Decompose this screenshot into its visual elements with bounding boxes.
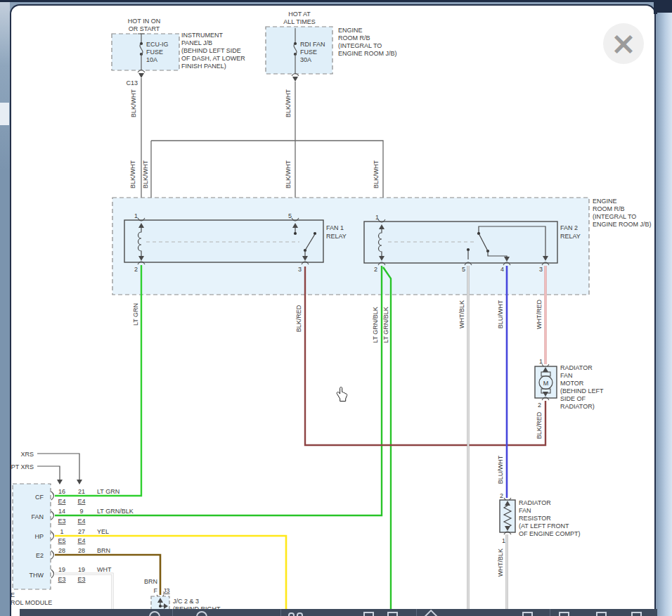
hand-cursor-icon bbox=[335, 386, 349, 402]
toolbar-icon-dots[interactable] bbox=[297, 612, 303, 616]
ecm-signal: HP bbox=[34, 533, 44, 540]
wire-label-blkwht: BLK/WHT bbox=[373, 160, 380, 189]
feed1-loc: FINISH PANEL) bbox=[181, 63, 226, 70]
window-right-edge[interactable] bbox=[657, 13, 672, 616]
fuse-box-outline bbox=[112, 34, 179, 70]
ecm-conn: E3 bbox=[58, 576, 65, 583]
contact-dot bbox=[294, 232, 297, 235]
ecm-connector: XRS EPT XRS CF FAN HP E2 THW 16 21 LT GR… bbox=[7, 451, 134, 606]
wire-label-bluwht: BLU/WHT bbox=[497, 300, 504, 328]
toolbar-icon-dots[interactable] bbox=[288, 612, 295, 616]
toolbar-icon-square-2[interactable] bbox=[559, 612, 569, 616]
pin-number: 2 bbox=[134, 266, 138, 273]
window-left-highlight bbox=[0, 103, 9, 125]
wiring-diagram-canvas[interactable]: HOT IN ON OR START ECU-IG FUSE 10A C13 I… bbox=[0, 0, 672, 616]
ecm-wire-name: BRN bbox=[97, 547, 110, 554]
window-left-edge bbox=[0, 2, 10, 616]
connector-c13: C13 bbox=[126, 79, 138, 86]
bottom-toolbar bbox=[20, 609, 657, 616]
toolbar-icon-square-1[interactable] bbox=[522, 612, 533, 616]
ecm-pin: 9 bbox=[79, 508, 83, 515]
wire-label-bluwht: BLU/WHT bbox=[497, 455, 504, 484]
wire-label-blkwht: BLK/WHT bbox=[142, 160, 149, 189]
resistor-loc: RADIATOR bbox=[519, 499, 551, 506]
wire-label-blkwht: BLK/WHT bbox=[285, 89, 292, 118]
ecm-conn: E4 bbox=[58, 498, 65, 505]
relay-box-loc: ROOM R/B bbox=[593, 205, 625, 212]
fuse-box-outline bbox=[266, 27, 332, 74]
pin-cup bbox=[51, 511, 54, 520]
ecm-signal: CF bbox=[35, 494, 44, 501]
ecm-pin: 19 bbox=[58, 566, 65, 573]
pin-cup bbox=[51, 532, 54, 540]
pin-cup bbox=[51, 551, 54, 559]
wire-ltgrnblk bbox=[55, 266, 382, 515]
pin-number: 1 bbox=[502, 537, 505, 544]
fuse2-rating: 30A bbox=[300, 56, 311, 63]
feed1-loc: INSTRUMENT bbox=[181, 32, 223, 39]
variant-arrow bbox=[37, 466, 60, 480]
junction-code: J3 bbox=[163, 587, 170, 594]
pin-cup bbox=[51, 570, 54, 578]
pin-number: 3 bbox=[298, 266, 302, 273]
close-icon: × bbox=[603, 24, 644, 63]
wire-ltgrn bbox=[55, 265, 141, 496]
pin-letter: F bbox=[154, 587, 158, 594]
ecm-pin: 1 bbox=[60, 528, 63, 535]
resistor-loc: FAN bbox=[519, 507, 531, 514]
feed1-loc: OF DASH, AT LOWER bbox=[181, 55, 245, 62]
toolbar-icon-circle-2[interactable] bbox=[196, 611, 207, 616]
motor-letter: M bbox=[543, 380, 549, 387]
toolbar-icon-shape-1[interactable] bbox=[363, 612, 374, 616]
ecm-wire-name: YEL bbox=[97, 528, 109, 535]
motor-loc: FAN bbox=[560, 372, 573, 379]
resistor-loc: (AT LEFT FRONT bbox=[519, 522, 569, 530]
fan2-relay-name: RELAY bbox=[560, 233, 581, 240]
feed2-title: HOT AT bbox=[288, 11, 311, 18]
ecm-conn: E3 bbox=[77, 576, 85, 583]
motor-loc: MOTOR bbox=[560, 380, 584, 387]
arrowhead bbox=[138, 73, 144, 78]
feed1-loc: (BEHIND LEFT SIDE bbox=[181, 47, 241, 54]
ecm-conn: E4 bbox=[77, 537, 85, 544]
ecm-wire-name: LT GRN bbox=[97, 488, 119, 495]
toolbar-divider bbox=[172, 609, 173, 616]
fuse1-name: ECU-IG bbox=[146, 41, 169, 48]
ecm-signal: FAN bbox=[31, 513, 44, 520]
ecm-conn: E5 bbox=[58, 537, 65, 544]
arrowhead bbox=[292, 77, 298, 82]
pin-number: 3 bbox=[539, 266, 543, 273]
wire-label-brn: BRN bbox=[144, 578, 157, 585]
toolbar-icon-arrow[interactable] bbox=[424, 610, 439, 616]
pin-number: 1 bbox=[539, 358, 543, 365]
pin-number: 2 bbox=[538, 402, 541, 409]
feed2-loc: (INTEGRAL TO bbox=[338, 42, 382, 49]
pin-number: 2 bbox=[374, 266, 377, 273]
pin-number: 5 bbox=[288, 212, 292, 219]
close-button[interactable]: × bbox=[603, 23, 644, 64]
window-top-edge bbox=[0, 0, 672, 2]
arrowhead bbox=[77, 480, 82, 485]
toolbar-icon-square-4[interactable] bbox=[631, 612, 642, 616]
ecm-pin: 28 bbox=[78, 547, 85, 554]
toolbar-icon-square-3[interactable] bbox=[596, 612, 607, 616]
wire-label-ltgrn: LT GRN bbox=[132, 303, 139, 326]
feed2-loc: ENGINE ROOM J/B) bbox=[338, 50, 397, 57]
ecm-pin: 21 bbox=[78, 488, 85, 495]
wire-label-ltgrnblk: LT GRN/BLK bbox=[372, 307, 379, 343]
junction-name: J/C 2 & 3 bbox=[173, 598, 199, 605]
ecm-conn: E3 bbox=[58, 518, 65, 525]
feed1-title2: OR START bbox=[129, 25, 160, 32]
ecm-pin: 14 bbox=[58, 508, 65, 515]
ecm-conn: E4 bbox=[77, 518, 85, 525]
fuse2-type: FUSE bbox=[300, 49, 317, 56]
resistor-loc: OF ENGINE COMPT) bbox=[519, 530, 581, 537]
wire-label-blkwht: BLK/WHT bbox=[129, 160, 136, 189]
ecm-signal: THW bbox=[30, 572, 44, 579]
pin-number: 2 bbox=[500, 492, 503, 499]
ecm-pin: 28 bbox=[58, 547, 65, 554]
toolbar-icon-circle-1[interactable] bbox=[149, 611, 160, 616]
pin-cup bbox=[51, 492, 54, 500]
pin-number: 5 bbox=[462, 266, 465, 273]
toolbar-icon-shape-2[interactable] bbox=[387, 612, 398, 616]
